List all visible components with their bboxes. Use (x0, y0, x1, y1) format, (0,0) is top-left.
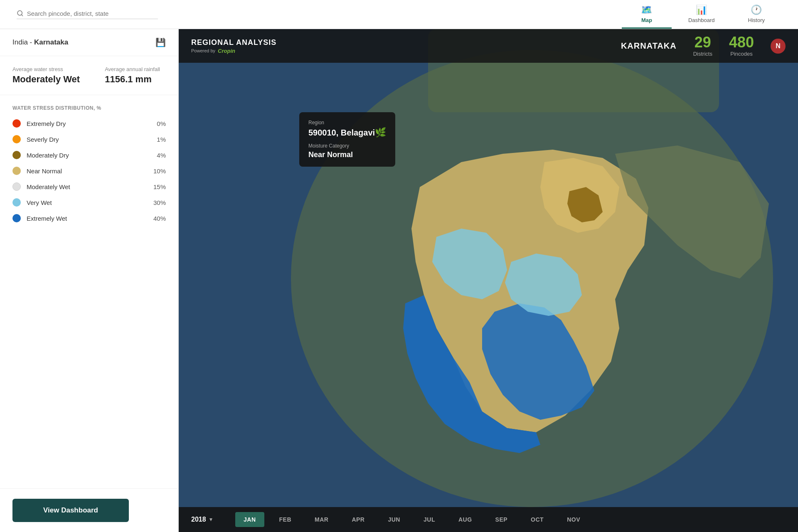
nav-tabs: 🗺️ Map 📊 Dashboard 🕐 History (622, 0, 781, 29)
moderately-dry-label: Moderately Dry (27, 152, 143, 159)
view-dashboard-button[interactable]: View Dashboard (12, 499, 129, 522)
top-navigation: 🗺️ Map 📊 Dashboard 🕐 History (0, 0, 798, 29)
tab-dashboard[interactable]: 📊 Dashboard (672, 0, 732, 29)
list-item: Very Wet 30% (12, 198, 166, 207)
save-icon[interactable]: 💾 (155, 37, 166, 47)
map-area[interactable]: REGIONAL ANALYSIS Powered by Cropin KARN… (179, 29, 798, 532)
extremely-wet-pct: 40% (149, 215, 166, 222)
map-header: REGIONAL ANALYSIS Powered by Cropin KARN… (179, 29, 798, 63)
tab-dashboard-label: Dashboard (688, 17, 715, 23)
powered-by-label: Powered by (191, 48, 215, 53)
districts-label: Districts (693, 51, 712, 57)
country-name: India (12, 38, 28, 46)
tab-map[interactable]: 🗺️ Map (622, 0, 672, 29)
time-controls: 2018 ▼ JAN FEB MAR APR JUN JUL AUG SEP O… (179, 507, 798, 532)
extremely-dry-label: Extremely Dry (27, 120, 143, 127)
tooltip-region-text: 590010, Belagavi (308, 128, 375, 138)
map-title: REGIONAL ANALYSIS (191, 38, 276, 47)
moderately-wet-label: Moderately Wet (27, 183, 143, 190)
distribution-title: WATER STRESS DISTRIBUTION, % (12, 105, 166, 111)
very-wet-dot (12, 198, 21, 207)
history-icon: 🕐 (751, 5, 762, 15)
list-item: Moderately Wet 15% (12, 182, 166, 191)
rainfall-value: 1156.1 mm (105, 74, 160, 85)
pincodes-count: 480 (729, 35, 754, 50)
extremely-wet-label: Extremely Wet (27, 215, 143, 222)
extremely-wet-dot (12, 214, 21, 222)
map-icon: 🗺️ (641, 5, 652, 15)
distribution-section: WATER STRESS DISTRIBUTION, % Extremely D… (0, 95, 178, 488)
month-aug[interactable]: AUG (450, 512, 480, 527)
search-input[interactable] (27, 10, 158, 17)
month-feb[interactable]: FEB (271, 512, 300, 527)
extremely-dry-dot (12, 119, 21, 128)
sidebar: India - Karnataka 💾 Average water stress… (0, 29, 179, 532)
year-value: 2018 (191, 516, 206, 523)
month-sep[interactable]: SEP (487, 512, 516, 527)
moderately-wet-dot (12, 182, 21, 191)
districts-stat-block: 29 Districts (693, 35, 712, 57)
tooltip-region-value: 590010, Belagavi 🌿 (308, 127, 386, 138)
rainfall-label: Average annual rainfall (105, 66, 160, 72)
month-jul[interactable]: JUL (415, 512, 443, 527)
search-wrapper[interactable] (17, 10, 158, 19)
north-label: N (776, 42, 781, 50)
list-item: Severly Dry 1% (12, 135, 166, 143)
tab-history-label: History (748, 17, 765, 23)
region-name: KARNATAKA (621, 41, 677, 51)
month-oct[interactable]: OCT (522, 512, 552, 527)
main-content: India - Karnataka 💾 Average water stress… (0, 29, 798, 532)
powered-by-row: Powered by Cropin (191, 48, 276, 54)
svg-line-1 (22, 15, 23, 16)
year-caret-icon: ▼ (209, 517, 214, 522)
sidebar-footer: View Dashboard (0, 488, 178, 532)
water-stress-label: Average water stress (12, 66, 80, 72)
breadcrumb: India - Karnataka (12, 38, 68, 47)
month-jun[interactable]: JUN (379, 512, 409, 527)
list-item: Near Normal 10% (12, 167, 166, 175)
breadcrumb-separator: - (30, 38, 34, 46)
month-jan[interactable]: JAN (235, 512, 264, 527)
very-wet-label: Very Wet (27, 199, 143, 206)
water-stress-stat: Average water stress Moderately Wet (12, 66, 80, 85)
moderately-wet-pct: 15% (149, 183, 166, 190)
severly-dry-pct: 1% (149, 136, 166, 143)
search-icon (17, 10, 24, 17)
stats-section: Average water stress Moderately Wet Aver… (0, 56, 178, 95)
month-apr[interactable]: APR (343, 512, 373, 527)
very-wet-pct: 30% (149, 199, 166, 206)
map-tooltip: Region 590010, Belagavi 🌿 Moisture Categ… (299, 112, 395, 167)
tooltip-moisture-label: Moisture Category (308, 143, 386, 149)
extremely-dry-pct: 0% (149, 120, 166, 127)
tooltip-region-label: Region (308, 120, 386, 126)
state-name: Karnataka (34, 38, 68, 46)
tooltip-moisture-value: Near Normal (308, 150, 386, 159)
tab-map-label: Map (641, 17, 652, 23)
near-normal-dot (12, 167, 21, 175)
dashboard-icon: 📊 (696, 5, 707, 15)
pincodes-label: Pincodes (729, 51, 754, 57)
month-nov[interactable]: NOV (559, 512, 589, 527)
near-normal-label: Near Normal (27, 167, 143, 175)
rainfall-stat: Average annual rainfall 1156.1 mm (105, 66, 160, 85)
districts-count: 29 (693, 35, 712, 50)
water-stress-value: Moderately Wet (12, 74, 80, 85)
list-item: Extremely Wet 40% (12, 214, 166, 222)
severly-dry-label: Severly Dry (27, 136, 143, 143)
map-background (179, 29, 798, 532)
leaf-icon: 🌿 (375, 127, 386, 138)
north-indicator: N (771, 39, 786, 54)
regional-analysis-title: REGIONAL ANALYSIS Powered by Cropin (191, 38, 276, 54)
list-item: Extremely Dry 0% (12, 119, 166, 128)
near-normal-pct: 10% (149, 167, 166, 175)
month-mar[interactable]: MAR (306, 512, 337, 527)
list-item: Moderately Dry 4% (12, 151, 166, 159)
cropin-logo: Cropin (218, 48, 235, 54)
pincodes-stat-block: 480 Pincodes (729, 35, 754, 57)
severly-dry-dot (12, 135, 21, 143)
moderately-dry-dot (12, 151, 21, 159)
year-selector[interactable]: 2018 ▼ (191, 516, 229, 523)
breadcrumb-bar: India - Karnataka 💾 (0, 29, 178, 56)
moderately-dry-pct: 4% (149, 152, 166, 159)
tab-history[interactable]: 🕐 History (732, 0, 781, 29)
